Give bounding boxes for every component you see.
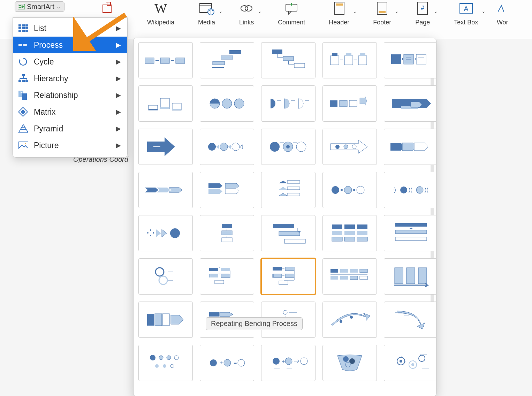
svg-point-113	[150, 235, 151, 236]
chevron-down-icon[interactable]: ⌄	[481, 8, 486, 14]
gallery-cell[interactable]	[322, 85, 377, 122]
chevron-down-icon[interactable]: ⌄	[219, 8, 223, 14]
wordart-icon	[495, 1, 510, 16]
chevron-right-icon: ▶	[116, 108, 121, 116]
svg-point-10	[241, 6, 248, 11]
gallery-cell[interactable]	[200, 129, 254, 165]
gallery-cell[interactable]	[200, 172, 254, 208]
smartart-category-list[interactable]: List ▶	[13, 20, 127, 37]
svg-rect-28	[22, 27, 25, 29]
chevron-down-icon[interactable]: ⌄	[434, 8, 438, 14]
svg-point-184	[238, 359, 245, 366]
gallery-cell[interactable]	[322, 215, 377, 251]
gallery-cell[interactable]	[261, 215, 316, 251]
svg-rect-29	[25, 27, 28, 29]
svg-rect-155	[360, 276, 367, 280]
gallery-cell[interactable]	[261, 129, 316, 165]
smartart-button-label: SmartArt	[27, 3, 54, 11]
svg-rect-24	[18, 24, 21, 26]
ribbon-item-wordart[interactable]: Wor	[495, 1, 510, 26]
svg-rect-163	[209, 312, 219, 317]
gallery-cell[interactable]	[138, 345, 193, 381]
svg-rect-60	[346, 53, 351, 56]
svg-rect-49	[176, 58, 185, 63]
gallery-cell[interactable]	[384, 42, 436, 78]
ribbon-item-page[interactable]: # Page ⌄	[415, 1, 430, 26]
gallery-cell[interactable]	[261, 42, 316, 78]
smartart-category-process[interactable]: Process ▶	[13, 37, 127, 53]
gallery-cell[interactable]	[384, 129, 436, 165]
gallery-tooltip: Repeating Bending Process	[206, 317, 303, 330]
ribbon-item-textbox[interactable]: A Text Box ⌄	[454, 1, 478, 26]
gallery-cell[interactable]	[322, 172, 377, 208]
svg-rect-151	[360, 269, 367, 273]
pyramid-icon	[18, 124, 29, 133]
ribbon-item-media[interactable]: Media ⌄	[198, 1, 215, 26]
gallery-cell[interactable]	[138, 258, 193, 295]
svg-rect-152	[330, 276, 338, 280]
gallery-cell[interactable]: +=	[200, 345, 254, 381]
svg-rect-121	[284, 239, 305, 243]
gallery-cell[interactable]	[261, 258, 316, 295]
gallery-cell[interactable]	[138, 215, 193, 251]
svg-point-134	[155, 268, 164, 276]
gallery-cell[interactable]	[261, 85, 316, 122]
smartart-thumb-icon	[266, 91, 311, 116]
gallery-cell[interactable]	[138, 172, 193, 208]
smartart-thumb-icon	[327, 48, 372, 73]
gallery-cell[interactable]	[384, 258, 436, 295]
smartart-category-cycle[interactable]: Cycle ▶	[13, 53, 127, 70]
gallery-cell[interactable]	[138, 85, 193, 122]
gallery-cell[interactable]	[138, 129, 193, 165]
smartart-dropdown-button[interactable]: SmartArt ⌄	[15, 1, 64, 12]
gallery-cell[interactable]: ·))()(	[384, 172, 436, 208]
gallery-cell[interactable]	[322, 258, 377, 295]
gallery-cell[interactable]	[322, 129, 377, 165]
svg-point-188	[301, 358, 307, 365]
svg-rect-27	[18, 27, 21, 29]
smartart-category-hierarchy[interactable]: Hierarchy ▶	[13, 70, 127, 87]
svg-rect-132	[395, 230, 427, 234]
ribbon-item-footer[interactable]: Footer ⌄	[373, 1, 391, 26]
svg-rect-118	[222, 238, 232, 242]
svg-rect-124	[357, 224, 367, 229]
addins-icon	[99, 1, 115, 16]
ribbon-item-comment[interactable]: Comment	[278, 1, 305, 26]
category-label: Matrix	[34, 107, 56, 117]
smartart-thumb-icon	[204, 48, 250, 73]
gallery-cell[interactable]	[384, 345, 436, 381]
gallery-cell[interactable]	[200, 258, 254, 295]
gallery-cell[interactable]	[138, 302, 193, 338]
smartart-category-relationship[interactable]: Relationship ▶	[13, 87, 127, 104]
gallery-cell[interactable]	[322, 302, 377, 338]
gallery-cell[interactable]	[200, 85, 254, 122]
ribbon-item-header[interactable]: Header ⌄	[329, 1, 349, 26]
chevron-down-icon: ⌄	[56, 4, 61, 9]
svg-rect-55	[283, 56, 294, 61]
smartart-category-pyramid[interactable]: Pyramid ▶	[13, 120, 127, 137]
chevron-down-icon[interactable]: ⌄	[258, 8, 262, 14]
gallery-cell[interactable]	[200, 42, 254, 78]
smartart-thumb-icon	[143, 351, 188, 375]
ribbon-item-links[interactable]: Links ⌄	[239, 1, 254, 26]
gallery-cell[interactable]	[200, 215, 254, 251]
smartart-thumb-icon	[143, 48, 188, 73]
smartart-thumb-icon	[143, 307, 188, 332]
ribbon-item-wikipedia[interactable]: W Wikipedia	[147, 1, 174, 26]
svg-rect-81	[330, 100, 337, 107]
gallery-cell[interactable]	[322, 42, 377, 78]
chevron-down-icon[interactable]: ⌄	[353, 8, 357, 14]
gallery-cell[interactable]	[384, 302, 436, 338]
smartart-thumb-icon	[327, 221, 372, 245]
gallery-cell[interactable]	[384, 85, 436, 122]
smartart-category-matrix[interactable]: Matrix ▶	[13, 104, 127, 120]
comment-icon	[284, 1, 299, 16]
gallery-cell[interactable]	[384, 215, 436, 251]
chevron-down-icon[interactable]: ⌄	[395, 8, 399, 14]
smartart-thumb-icon	[204, 264, 250, 289]
gallery-cell[interactable]	[261, 172, 316, 208]
smartart-category-picture[interactable]: Picture ▶	[13, 137, 127, 154]
gallery-cell[interactable]	[322, 345, 377, 381]
gallery-cell[interactable]: +	[261, 345, 316, 381]
gallery-cell[interactable]	[138, 42, 193, 78]
